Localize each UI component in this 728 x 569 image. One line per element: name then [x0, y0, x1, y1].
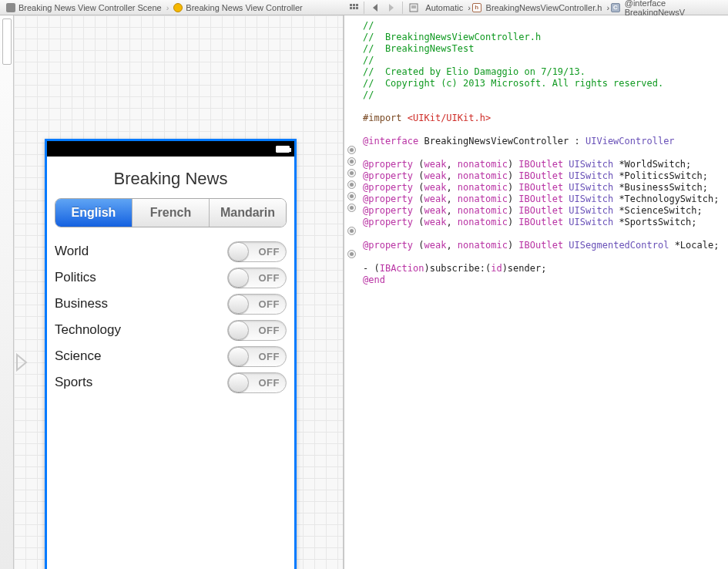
row-label: Sports — [55, 375, 92, 390]
code-text[interactable]: // // BreakingNewsViewController.h // Br… — [360, 15, 728, 569]
app-title: Breaking News — [55, 169, 287, 189]
scene-icon — [6, 3, 15, 12]
code-editor[interactable]: // // BreakingNewsViewController.h // Br… — [344, 15, 728, 569]
row-label: Science — [55, 348, 101, 364]
chevron-right-icon: › — [468, 3, 471, 12]
outlet-connector-icon[interactable] — [347, 169, 356, 177]
row-business: Business OFF — [55, 291, 287, 317]
switch-science[interactable]: OFF — [227, 346, 287, 367]
outlet-connector-icon[interactable] — [347, 227, 356, 235]
switch-off-text: OFF — [259, 298, 280, 310]
storyboard-breadcrumb: Breaking News View Controller Scene › Br… — [0, 0, 343, 15]
svg-rect-5 — [356, 7, 358, 9]
outlet-connector-icon[interactable] — [347, 204, 356, 212]
switch-off-text: OFF — [259, 325, 280, 336]
storyboard-canvas[interactable]: Breaking News English French Mandarin Wo… — [14, 15, 343, 569]
header-file-icon: h — [472, 3, 481, 12]
switch-world[interactable]: OFF — [227, 241, 287, 262]
outlet-connector-icon[interactable] — [347, 180, 356, 189]
segment-french[interactable]: French — [133, 199, 210, 227]
svg-rect-1 — [353, 4, 355, 6]
assistant-mode-label[interactable]: Automatic — [422, 3, 466, 12]
switch-off-text: OFF — [259, 246, 280, 258]
svg-rect-2 — [356, 4, 358, 6]
forward-button[interactable] — [384, 2, 399, 14]
counterparts-icon[interactable] — [406, 2, 421, 14]
svg-rect-4 — [353, 7, 355, 9]
row-sports: Sports OFF — [55, 369, 287, 396]
assistant-editor-toolbar: Automatic › h BreakingNewsViewController… — [343, 0, 728, 15]
connection-gutter — [344, 15, 360, 569]
chevron-right-icon: › — [606, 3, 609, 12]
battery-icon — [276, 146, 290, 153]
iphone-preview[interactable]: Breaking News English French Mandarin Wo… — [45, 139, 297, 569]
breadcrumb-controller[interactable]: Breaking News View Controller — [170, 3, 305, 12]
viewcontroller-icon — [173, 3, 183, 12]
switch-technology[interactable]: OFF — [227, 320, 287, 341]
breadcrumb-scene[interactable]: Breaking News View Controller Scene — [3, 3, 165, 12]
outline-expand-handle[interactable] — [14, 351, 29, 374]
switch-politics[interactable]: OFF — [227, 268, 287, 288]
action-connector-icon[interactable] — [347, 250, 356, 258]
assistant-symbol-label[interactable]: @interface BreakingNewsV — [622, 0, 728, 17]
chevron-right-icon: › — [165, 3, 171, 12]
switch-off-text: OFF — [259, 377, 280, 389]
locale-segmented-control[interactable]: English French Mandarin — [55, 198, 287, 227]
breadcrumb-scene-label: Breaking News View Controller Scene — [18, 3, 162, 12]
outlet-connector-icon[interactable] — [347, 192, 356, 200]
row-label: Politics — [55, 270, 96, 285]
switch-off-text: OFF — [259, 351, 280, 362]
row-science: Science OFF — [55, 343, 287, 369]
status-bar — [47, 141, 294, 157]
segment-mandarin[interactable]: Mandarin — [210, 199, 286, 227]
class-symbol-icon: C — [611, 3, 620, 12]
svg-rect-0 — [350, 4, 352, 6]
assistant-file-label[interactable]: BreakingNewsViewController.h — [483, 3, 606, 12]
breadcrumb-controller-label: Breaking News View Controller — [186, 3, 302, 12]
row-technology: Technology OFF — [55, 317, 287, 343]
outlet-connector-icon[interactable] — [347, 157, 356, 166]
switch-business[interactable]: OFF — [227, 294, 287, 315]
back-button[interactable] — [367, 2, 382, 14]
switch-off-text: OFF — [259, 272, 280, 284]
document-outline-thumb[interactable] — [2, 19, 12, 65]
outlet-connector-icon[interactable] — [347, 146, 356, 154]
row-world: World OFF — [55, 238, 287, 264]
row-label: World — [55, 244, 89, 259]
related-items-button[interactable] — [346, 2, 361, 14]
switch-sports[interactable]: OFF — [227, 372, 287, 393]
svg-rect-3 — [350, 7, 352, 9]
row-label: Business — [55, 296, 108, 311]
row-politics: Politics OFF — [55, 264, 287, 291]
segment-english[interactable]: English — [55, 199, 133, 227]
row-label: Technology — [55, 322, 121, 338]
document-outline-strip — [0, 15, 14, 569]
